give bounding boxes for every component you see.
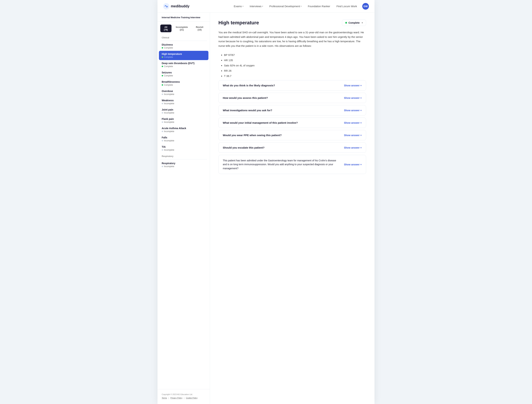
question-text-2: How would you assess this patient? (223, 96, 268, 99)
show-answer-7[interactable]: Show answer + (344, 163, 362, 166)
sidebar-item-weakness-title: Weakness (162, 99, 206, 102)
dvt-status-dot (162, 66, 163, 67)
obs-item-5: T 38.7 (224, 74, 366, 78)
respiratory-status-dot (162, 166, 163, 167)
show-answer-2[interactable]: Show answer + (344, 97, 362, 99)
interviews-chevron-icon: ▾ (262, 5, 263, 7)
show-answer-4[interactable]: Show answer + (344, 121, 362, 124)
sidebar-item-seizures-title: Seizures (162, 71, 206, 74)
question-card-1: What do you think is the likely diagnosi… (218, 80, 366, 91)
filter-tab-incomplete[interactable]: Incomplete (21) (172, 25, 191, 32)
question-card-6: Should you escalate this patient? Show a… (218, 143, 366, 153)
question-text-6: Should you escalate this patient? (223, 146, 264, 149)
sidebar-item-dizziness-title: Dizziness (162, 43, 206, 46)
sidebar: Internal Medicine Training Interview All… (158, 13, 210, 404)
show-answer-3[interactable]: Show answer + (344, 109, 362, 112)
sidebar-item-flank-pain-title: Flank pain (162, 117, 206, 120)
header: medibuddy Exams ▾ Interviews ▾ Professio… (158, 0, 374, 13)
status-badge-label: Complete (348, 21, 360, 24)
sidebar-item-overdose-title: Overdose (162, 90, 206, 92)
nav-item-professional-development[interactable]: Professional Development ▾ (267, 3, 304, 9)
sidebar-item-respiratory[interactable]: Respiratory Incomplete (158, 160, 210, 169)
sidebar-item-dizziness-status: Complete (162, 47, 206, 49)
obs-item-3: Sats 92% on 4L of oxygen (224, 63, 366, 68)
breathlessness-status-dot (162, 84, 163, 86)
sidebar-item-breathlessness-title: Breathlessness (162, 80, 206, 83)
sidebar-item-weakness[interactable]: Weakness Incomplete (158, 97, 210, 106)
footer-link-privacy[interactable]: Privacy Policy (171, 396, 182, 400)
dizziness-status-dot (162, 47, 163, 49)
seizures-status-dot (162, 75, 163, 76)
main-content: High temperature Complete ▾ You are the … (210, 13, 374, 404)
sidebar-item-weakness-status: Incomplete (162, 102, 206, 105)
sidebar-item-respiratory-status: Incomplete (162, 165, 206, 168)
sidebar-item-tia-title: TIA (162, 145, 206, 148)
acute-asthma-status-dot (162, 131, 163, 132)
joint-pain-status-dot (162, 112, 163, 114)
content-header: High temperature Complete ▾ (218, 20, 366, 26)
nav-item-exams[interactable]: Exams ▾ (231, 3, 246, 9)
sidebar-item-seizures[interactable]: Seizures Complete (158, 69, 210, 79)
show-answer-1[interactable]: Show answer + (344, 84, 362, 87)
sidebar-item-overdose-status: Incomplete (162, 93, 206, 96)
footer-link-terms[interactable]: Terms (162, 396, 167, 400)
overdose-status-dot (162, 94, 163, 95)
sidebar-divider-2 (160, 159, 207, 159)
user-avatar[interactable]: GW (362, 3, 369, 10)
question-card-4: What would your initial management of th… (218, 117, 366, 128)
sidebar-item-falls-title: Falls (162, 136, 206, 139)
sidebar-item-seizures-status: Complete (162, 74, 206, 77)
question-text-3: What investigations would you ask for? (223, 109, 272, 112)
nav-item-find-locum-work[interactable]: Find Locum Work (334, 3, 360, 9)
sidebar-item-high-temperature[interactable]: High temperature Complete (159, 51, 209, 60)
sidebar-section-clinical: Clinical (158, 34, 210, 40)
sidebar-item-breathlessness-status: Complete (162, 84, 206, 86)
sidebar-item-tia-status: Incomplete (162, 149, 206, 151)
question-text-1: What do you think is the likely diagnosi… (223, 84, 275, 87)
sidebar-item-acute-asthma-status: Incomplete (162, 130, 206, 133)
show-answer-6[interactable]: Show answer + (344, 146, 362, 149)
sidebar-item-flank-pain-status: Incomplete (162, 121, 206, 123)
status-badge[interactable]: Complete ▾ (342, 20, 366, 26)
main-nav: Exams ▾ Interviews ▾ Professional Develo… (231, 3, 369, 10)
obs-item-2: HR 135 (224, 58, 366, 62)
sidebar-footer-links: Terms • Privacy Policy • Cookie Policy (162, 396, 206, 400)
exams-chevron-icon: ▾ (242, 5, 243, 7)
footer-link-cookies[interactable]: Cookie Policy (186, 396, 197, 400)
sidebar-item-dizziness[interactable]: Dizziness Complete (158, 41, 210, 51)
question-text-4: What would your initial management of th… (223, 121, 298, 124)
high-temperature-status-dot (162, 56, 163, 58)
obs-item-1: BP 97/67 (224, 53, 366, 57)
flank-pain-status-dot (162, 121, 163, 123)
footer-dot-2: • (184, 396, 184, 400)
sidebar-item-flank-pain[interactable]: Flank pain Incomplete (158, 116, 210, 125)
question-card-3: What investigations would you ask for? S… (218, 105, 366, 116)
logo-icon (163, 3, 169, 9)
show-answer-5[interactable]: Show answer + (344, 134, 362, 137)
obs-item-4: RR 26 (224, 69, 366, 73)
sidebar-item-falls[interactable]: Falls Incomplete (158, 134, 210, 144)
sidebar-item-acute-asthma[interactable]: Acute Asthma Attack Incomplete (158, 125, 210, 134)
question-text-7: This patient has been admitted under the… (223, 159, 340, 170)
nav-item-interviews[interactable]: Interviews ▾ (247, 3, 266, 9)
status-badge-dot (345, 22, 347, 24)
sidebar-item-dvt-status: Complete (162, 65, 206, 68)
main-layout: Internal Medicine Training Interview All… (158, 13, 374, 404)
observations-list: BP 97/67 HR 135 Sats 92% on 4L of oxygen… (218, 53, 366, 78)
filter-tab-all[interactable]: All (78) (160, 25, 171, 32)
logo[interactable]: medibuddy (163, 3, 190, 9)
sidebar-item-tia[interactable]: TIA Incomplete (158, 144, 210, 153)
sidebar-item-dvt[interactable]: Deep vein thrombosis (DVT) Complete (158, 60, 210, 69)
sidebar-item-dvt-title: Deep vein thrombosis (DVT) (162, 62, 206, 65)
tia-status-dot (162, 149, 163, 151)
question-card-2: How would you assess this patient? Show … (218, 93, 366, 103)
nav-item-foundation-ranker[interactable]: Foundation Ranker (305, 3, 333, 9)
sidebar-item-breathlessness[interactable]: Breathlessness Complete (158, 79, 210, 88)
page-title: High temperature (218, 20, 259, 26)
filter-tab-revisit[interactable]: Revisit (10) (192, 25, 207, 32)
sidebar-section-respiratory: Respiratory (158, 153, 210, 159)
question-card-7: This patient has been admitted under the… (218, 155, 366, 174)
sidebar-item-overdose[interactable]: Overdose Incomplete (158, 88, 210, 97)
sidebar-copyright: Copyright © 2023 AG Education Ltd. (162, 393, 206, 396)
sidebar-item-joint-pain[interactable]: Joint pain Incomplete (158, 106, 210, 116)
